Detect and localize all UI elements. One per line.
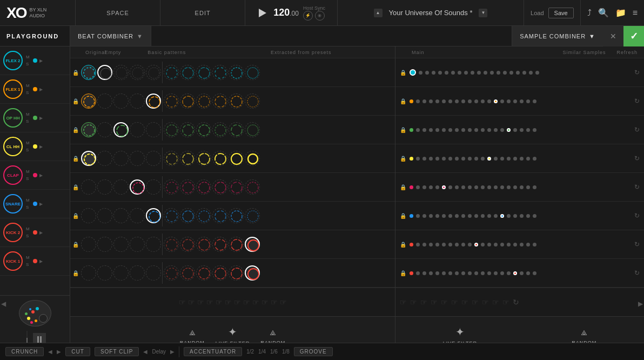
beat-pattern-snare-10[interactable] xyxy=(245,208,260,223)
beat-pattern-ophh-5[interactable] xyxy=(164,122,179,137)
beat-pattern-flex2-7[interactable] xyxy=(196,65,211,80)
track-circle-kick1[interactable]: KICK 1 xyxy=(3,251,23,271)
beat-pattern-flex2-5[interactable] xyxy=(164,65,179,80)
lock-snare[interactable]: 🔒 xyxy=(72,213,79,219)
refresh-snare[interactable]: ↻ xyxy=(634,212,640,219)
beat-pattern-flex1-1[interactable] xyxy=(97,94,112,109)
beat-pattern-clhh-3[interactable] xyxy=(130,151,145,166)
beat-pattern-clap-2[interactable] xyxy=(113,179,129,195)
beat-pattern-flex1-7[interactable] xyxy=(196,94,211,109)
sample-lock-clap[interactable]: 🔒 xyxy=(400,184,406,190)
sample-hand-refresh[interactable]: ↻ xyxy=(513,298,519,306)
accentuator-button[interactable]: ACCENTUATOR xyxy=(184,347,242,356)
refresh-kick1[interactable]: ↻ xyxy=(634,269,640,277)
beat-pattern-snare-0[interactable] xyxy=(81,208,96,223)
beat-pattern-kick2-8[interactable] xyxy=(212,237,227,252)
refresh-ophh[interactable]: ↻ xyxy=(634,126,640,134)
beat-pattern-kick2-7[interactable] xyxy=(196,237,211,252)
lock-clhh[interactable]: 🔒 xyxy=(72,156,79,162)
delay-arrow-left[interactable]: ◀ xyxy=(143,349,147,355)
beat-pattern-snare-6[interactable] xyxy=(180,208,195,223)
sample-hand-2[interactable]: ☞ xyxy=(420,298,427,306)
beat-pattern-kick1-3[interactable] xyxy=(130,265,145,281)
sample-lock-flex1[interactable]: 🔒 xyxy=(400,98,406,104)
beat-pattern-ophh-0[interactable] xyxy=(81,122,96,137)
beat-pattern-flex1-6[interactable] xyxy=(180,94,195,109)
beat-pattern-clhh-9[interactable] xyxy=(229,151,244,166)
beat-pattern-ophh-2[interactable] xyxy=(113,122,129,137)
sample-lock-kick2[interactable]: 🔒 xyxy=(400,242,406,248)
beat-pattern-kick2-2[interactable] xyxy=(113,237,129,252)
sample-lock-flex2[interactable]: 🔒 xyxy=(400,70,406,76)
save-button[interactable]: Save xyxy=(548,8,574,18)
beat-pattern-clap-8[interactable] xyxy=(212,179,227,195)
track-circle-snare[interactable]: SNARE xyxy=(3,194,23,214)
hand-icon-3[interactable]: ☞ xyxy=(206,298,213,306)
sample-combiner-button[interactable]: SAMPLE COMBINER ▼ xyxy=(512,26,603,46)
beat-pattern-clap-3[interactable] xyxy=(130,179,145,195)
beat-pattern-clhh-6[interactable] xyxy=(180,151,195,166)
beat-pattern-kick1-10[interactable] xyxy=(245,265,260,281)
softclip-button[interactable]: SOFT CLIP xyxy=(95,347,139,356)
beat-pattern-kick2-5[interactable] xyxy=(164,237,179,252)
track-play-flex1[interactable]: ▶ xyxy=(39,87,43,92)
beat-pattern-clhh-0[interactable] xyxy=(81,151,96,166)
beat-pattern-kick1-4[interactable] xyxy=(146,265,161,281)
track-play-flex2[interactable]: ▶ xyxy=(39,58,43,63)
track-circle-clap[interactable]: CLAP xyxy=(3,165,23,185)
beat-combiner-button[interactable]: BEAT COMBINER ▼ xyxy=(70,26,151,46)
beat-pattern-clap-1[interactable] xyxy=(97,179,112,195)
track-dot-clap[interactable] xyxy=(33,173,37,177)
groove-button[interactable]: GROOVE xyxy=(294,347,333,356)
folder-icon[interactable]: 📁 xyxy=(615,8,626,18)
sync-icon-1[interactable]: ⚡ xyxy=(303,11,313,21)
track-play-kick1[interactable]: ▶ xyxy=(39,259,43,264)
beat-pattern-flex2-2[interactable] xyxy=(113,65,129,80)
beat-pattern-flex2-4[interactable] xyxy=(146,65,161,80)
beat-pattern-kick1-8[interactable] xyxy=(212,265,227,281)
beat-pattern-clap-10[interactable] xyxy=(245,179,260,195)
refresh-clap[interactable]: ↻ xyxy=(634,183,640,191)
hand-icon-1[interactable]: ☞ xyxy=(188,298,195,306)
sample-lock-kick1[interactable]: 🔒 xyxy=(400,270,406,276)
track-dot-flex1[interactable] xyxy=(33,87,37,91)
beat-pattern-clap-9[interactable] xyxy=(229,179,244,195)
beat-pattern-kick2-4[interactable] xyxy=(146,237,161,252)
crunch-arrow-left[interactable]: ◀ xyxy=(48,349,52,355)
hand-icon-10[interactable]: ☞ xyxy=(271,298,278,306)
beat-pattern-kick1-9[interactable] xyxy=(229,265,244,281)
beat-pattern-snare-2[interactable] xyxy=(113,208,129,223)
beat-pattern-clap-5[interactable] xyxy=(164,179,179,195)
dismiss-button[interactable]: ✕ xyxy=(603,26,623,46)
sample-lock-clhh[interactable]: 🔒 xyxy=(400,156,406,162)
sample-hand-10[interactable]: ☞ xyxy=(502,298,509,306)
beat-pattern-kick2-10[interactable] xyxy=(245,237,260,252)
track-play-snare[interactable]: ▶ xyxy=(39,202,43,206)
beat-pattern-snare-8[interactable] xyxy=(212,208,227,223)
hand-icon-2[interactable]: ☞ xyxy=(197,298,204,306)
beat-pattern-clap-6[interactable] xyxy=(180,179,195,195)
beat-pattern-ophh-6[interactable] xyxy=(180,122,195,137)
lock-flex1[interactable]: 🔒 xyxy=(72,98,79,104)
nav-space[interactable]: SPACE xyxy=(76,0,160,25)
beat-pattern-ophh-7[interactable] xyxy=(196,122,211,137)
search-icon[interactable]: 🔍 xyxy=(598,8,609,18)
beat-pattern-clhh-8[interactable] xyxy=(212,151,227,166)
track-play-clap[interactable]: ▶ xyxy=(39,173,43,178)
beat-pattern-clhh-5[interactable] xyxy=(164,151,179,166)
play-button[interactable] xyxy=(254,5,269,21)
title-arrow-down[interactable]: ▼ xyxy=(479,9,487,17)
track-circle-kick2[interactable]: KICK 2 xyxy=(3,223,23,242)
beat-pattern-ophh-10[interactable] xyxy=(245,122,260,137)
master-ball[interactable] xyxy=(19,300,51,326)
beat-pattern-snare-4[interactable] xyxy=(146,208,161,223)
beat-pattern-clhh-2[interactable] xyxy=(113,151,129,166)
sample-lock-snare[interactable]: 🔒 xyxy=(400,213,406,219)
beat-pattern-flex1-2[interactable] xyxy=(113,94,129,109)
beat-pattern-clhh-7[interactable] xyxy=(196,151,211,166)
beat-pattern-snare-5[interactable] xyxy=(164,208,179,223)
crunch-arrow-right[interactable]: ▶ xyxy=(57,349,61,355)
confirm-button[interactable]: ✓ xyxy=(623,26,644,46)
lock-ophh[interactable]: 🔒 xyxy=(72,127,79,133)
sample-hand-7[interactable]: ☞ xyxy=(472,298,479,306)
